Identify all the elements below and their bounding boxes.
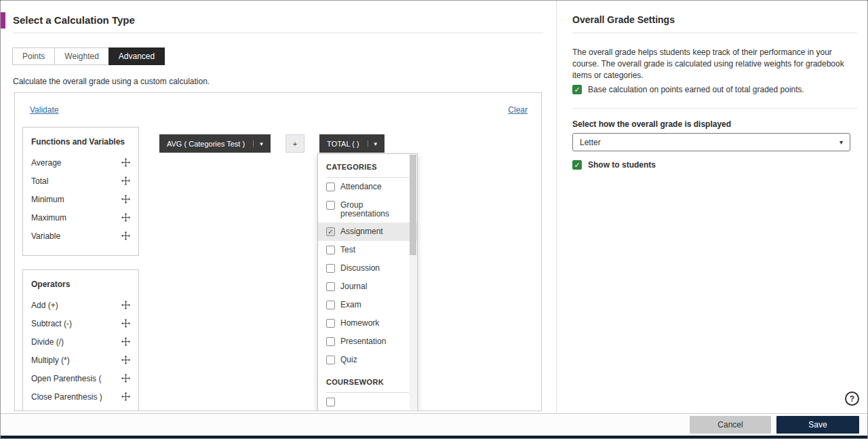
checkbox-icon[interactable]: ✓ <box>326 301 335 309</box>
cancel-button[interactable]: Cancel <box>690 416 771 434</box>
grade-display-value: Letter <box>580 138 601 147</box>
checkbox-icon[interactable]: ✓ <box>326 246 335 254</box>
move-icon[interactable] <box>121 158 130 167</box>
move-icon[interactable] <box>121 213 130 222</box>
formula-chip-label: AVG ( Categories Test ) <box>167 140 245 148</box>
move-icon[interactable] <box>121 231 130 240</box>
move-icon[interactable] <box>121 301 130 309</box>
operators-panel-title: Operators <box>31 280 130 289</box>
checkbox-icon[interactable]: ✓ <box>326 319 335 328</box>
categories-dropdown-sections: CATEGORIES ✓ Attendance ✓ Group presenta… <box>318 154 417 411</box>
category-option[interactable]: ✓ <box>318 393 417 411</box>
checkbox-icon[interactable]: ✓ <box>572 85 582 94</box>
formula-chip[interactable]: TOTAL ( ) ▾ <box>319 134 384 153</box>
category-option-label: Presentation <box>340 337 386 346</box>
category-option[interactable]: ✓ Journal <box>318 278 417 296</box>
function-item[interactable]: Maximum <box>31 208 130 227</box>
checkbox-icon[interactable]: ✓ <box>572 160 582 170</box>
tab-calculation-type[interactable]: Advanced <box>108 47 165 65</box>
scrollbar-thumb[interactable] <box>410 155 416 255</box>
category-option[interactable]: ✓ Attendance <box>318 178 417 196</box>
category-option[interactable]: ✓ Test <box>318 241 417 259</box>
category-option-label: Attendance <box>340 182 382 191</box>
checkbox-icon[interactable]: ✓ <box>326 356 335 364</box>
calculation-description: Calculate the overall grade using a cust… <box>13 77 210 86</box>
base-points-checkbox-row[interactable]: ✓ Base calculation on points earned out … <box>572 85 860 94</box>
function-item[interactable]: Total <box>31 172 130 190</box>
operator-item[interactable]: Add (+) <box>31 296 130 314</box>
checkbox-icon[interactable]: ✓ <box>326 264 335 273</box>
settings-description: The overall grade helps students keep tr… <box>572 47 860 81</box>
categories-dropdown: CATEGORIES ✓ Attendance ✓ Group presenta… <box>317 153 418 411</box>
clear-link[interactable]: Clear <box>508 105 528 115</box>
category-option-label: Journal <box>340 282 367 291</box>
page-background-strip <box>1 436 868 439</box>
category-option-label: Quiz <box>340 355 357 364</box>
category-option-label: Exam <box>340 300 361 309</box>
dropdown-section-header: CATEGORIES <box>326 154 409 178</box>
checkbox-icon[interactable]: ✓ <box>326 183 335 191</box>
function-item[interactable]: Minimum <box>31 190 130 208</box>
help-button[interactable]: ? <box>845 392 859 406</box>
operator-item[interactable]: Multiply (*) <box>31 351 130 369</box>
validate-link[interactable]: Validate <box>30 105 58 115</box>
show-to-students-checkbox-row[interactable]: ✓ Show to students <box>572 160 656 170</box>
operator-item-label: Open Parenthesis ( <box>31 374 101 383</box>
grade-display-select[interactable]: Letter ▾ <box>572 133 850 151</box>
dropdown-section-items: ✓ <box>318 393 417 411</box>
checkbox-icon[interactable]: ✓ <box>326 282 335 291</box>
formula-chip-label: + <box>293 140 297 148</box>
category-option[interactable]: ✓ Exam <box>318 296 417 314</box>
show-to-students-label: Show to students <box>588 160 656 170</box>
divider <box>13 33 543 33</box>
function-item-label: Average <box>31 158 61 168</box>
operator-item-label: Add (+) <box>31 301 58 310</box>
tab-calculation-type[interactable]: Points <box>12 47 55 65</box>
category-option[interactable]: ✓ Assignment <box>318 223 417 241</box>
checkbox-icon[interactable]: ✓ <box>326 201 335 210</box>
checkbox-icon[interactable]: ✓ <box>326 227 335 236</box>
checkbox-icon[interactable]: ✓ <box>326 398 335 406</box>
tab-calculation-type[interactable]: Weighted <box>54 47 108 65</box>
operator-item[interactable]: Divide (/) <box>31 332 130 351</box>
overall-grade-settings-panel: Overall Grade Settings The overall grade… <box>557 1 868 413</box>
category-option[interactable]: ✓ Homework <box>318 314 417 332</box>
category-option[interactable]: ✓ Discussion <box>318 259 417 278</box>
function-item-label: Minimum <box>31 195 64 204</box>
chevron-down-icon: ▾ <box>368 140 378 147</box>
category-option[interactable]: ✓ Quiz <box>318 351 417 369</box>
formula-builder: Validate Clear Functions and Variables A… <box>14 92 542 411</box>
save-button[interactable]: Save <box>776 416 859 434</box>
formula-chip[interactable]: + ▾ <box>285 134 304 153</box>
move-icon[interactable] <box>121 176 130 185</box>
operator-item[interactable]: Close Parenthesis ) <box>31 387 130 406</box>
category-option[interactable]: ✓ Presentation <box>318 332 417 351</box>
function-item-label: Maximum <box>31 213 66 223</box>
move-icon[interactable] <box>121 195 130 204</box>
function-item-label: Total <box>31 176 48 186</box>
move-icon[interactable] <box>121 337 130 346</box>
category-option[interactable]: ✓ Group presentations <box>318 196 417 223</box>
move-icon[interactable] <box>121 319 130 328</box>
calculation-type-tabs: PointsWeightedAdvanced <box>13 47 165 65</box>
functions-panel: Functions and Variables Average Total <box>22 127 139 256</box>
functions-list: Average Total Minimum <box>31 153 130 245</box>
formula-chip[interactable]: AVG ( Categories Test ) ▾ <box>159 134 271 153</box>
footer-bar: Cancel Save <box>1 413 868 436</box>
settings-title: Overall Grade Settings <box>572 14 675 25</box>
operator-item[interactable]: Subtract (-) <box>31 314 130 332</box>
function-item[interactable]: Variable <box>31 227 130 245</box>
move-icon[interactable] <box>121 392 130 401</box>
function-item[interactable]: Average <box>31 153 130 172</box>
page-title: Select a Calculation Type <box>13 14 135 26</box>
category-option-label: Test <box>340 245 355 254</box>
operator-item-label: Multiply (*) <box>31 356 70 365</box>
operator-item[interactable]: Open Parenthesis ( <box>31 369 130 387</box>
move-icon[interactable] <box>121 356 130 364</box>
category-option-label: Assignment <box>340 227 383 236</box>
functions-panel-title: Functions and Variables <box>31 137 130 147</box>
scrollbar-track[interactable] <box>410 155 416 410</box>
gradebook-calculation-panel: Select a Calculation Type PointsWeighted… <box>0 0 868 439</box>
move-icon[interactable] <box>121 374 130 383</box>
checkbox-icon[interactable]: ✓ <box>326 337 335 346</box>
